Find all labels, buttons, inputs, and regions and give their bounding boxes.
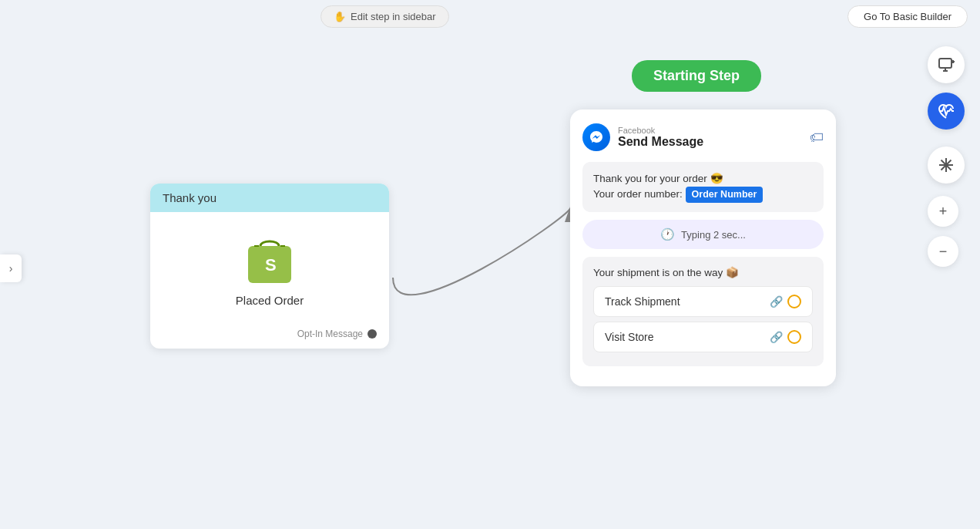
clock-icon: 🕐 (660, 227, 675, 241)
fb-card-header: Facebook Send Message 🏷 (582, 123, 824, 151)
order-number-badge: Order Number (686, 187, 764, 203)
card-footer: Opt-In Message (150, 322, 389, 349)
track-shipment-label: Track Shipment (605, 295, 680, 308)
placed-order-label: Placed Order (236, 294, 304, 307)
message-line-1: Thank you for your order 😎 (593, 171, 813, 187)
thank-you-card[interactable]: Thank you S Placed Order Opt-In Message (150, 184, 389, 349)
zoom-in-button[interactable]: + (928, 196, 958, 227)
fb-action-label: Send Message (618, 135, 703, 149)
link-icon-visit: 🔗 (770, 331, 783, 343)
visit-icons: 🔗 (770, 330, 801, 344)
hand-icon: ✋ (334, 11, 346, 22)
circle-dot-track (787, 295, 801, 308)
visit-store-button[interactable]: Visit Store 🔗 (593, 322, 813, 352)
shipment-line: Your shipment is on the way 📦 (593, 266, 813, 278)
opt-in-message-label: Opt-In Message (297, 329, 363, 339)
circle-dot-visit (787, 330, 801, 344)
messenger-icon (582, 123, 610, 151)
top-bar: ✋ Edit step in sidebar Go To Basic Build… (0, 0, 980, 32)
svg-rect-3 (939, 59, 951, 68)
track-shipment-button[interactable]: Track Shipment 🔗 (593, 286, 813, 317)
typing-indicator: 🕐 Typing 2 sec... (582, 220, 824, 249)
visit-store-label: Visit Store (605, 331, 654, 343)
link-icon-track: 🔗 (770, 295, 783, 308)
typing-label: Typing 2 sec... (681, 229, 746, 241)
zoom-out-button[interactable]: − (928, 236, 958, 267)
connector-dot (368, 329, 377, 339)
thank-you-body: S Placed Order (150, 212, 389, 322)
right-sidebar: + − (928, 46, 965, 267)
fb-header-left: Facebook Send Message (582, 123, 703, 151)
tag-icon[interactable]: 🏷 (810, 130, 824, 146)
fb-title: Facebook Send Message (618, 126, 703, 149)
left-panel-toggle[interactable]: › (0, 254, 22, 282)
chevron-right-icon: › (9, 262, 13, 275)
shipment-bubble: Your shipment is on the way 📦 Track Ship… (582, 257, 824, 366)
svg-text:S: S (265, 255, 277, 275)
add-screen-button[interactable] (928, 46, 965, 83)
starting-step-badge: Starting Step (632, 60, 761, 92)
fb-message-card[interactable]: Facebook Send Message 🏷 Thank you for yo… (570, 110, 836, 386)
edit-step-label: Edit step in sidebar (351, 11, 436, 22)
message-line-2: Your order number: Order Number (593, 187, 813, 203)
shopify-bag-icon: S (245, 231, 294, 286)
canvas: ✋ Edit step in sidebar Go To Basic Build… (0, 0, 980, 529)
edit-step-button[interactable]: ✋ Edit step in sidebar (321, 5, 449, 28)
thank-you-header: Thank you (150, 184, 389, 212)
heartbeat-button[interactable] (928, 93, 965, 130)
asterisk-button[interactable] (928, 147, 965, 184)
message-bubble-1: Thank you for your order 😎 Your order nu… (582, 162, 824, 212)
go-basic-label: Go To Basic Builder (864, 11, 951, 22)
track-icons: 🔗 (770, 295, 801, 308)
go-basic-builder-button[interactable]: Go To Basic Builder (847, 5, 968, 28)
fb-platform-label: Facebook (618, 126, 703, 135)
